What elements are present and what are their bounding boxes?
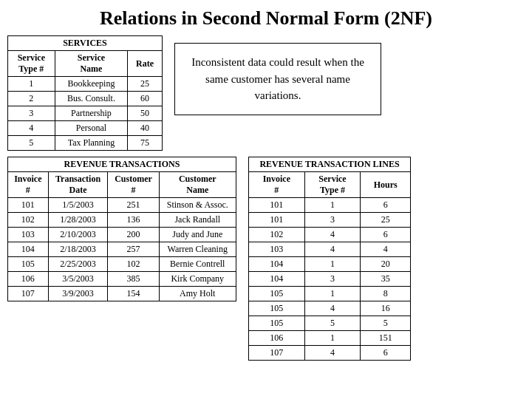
services-row: 3 Partnership 50 [8,106,163,121]
info-box: Inconsistent data could result when the … [174,43,381,115]
service-name: Bookkeeping [55,77,128,92]
rtl-invoice: 102 [249,228,305,242]
rtl-invoice: 105 [249,301,305,316]
service-type: 5 [8,136,55,151]
services-row: 1 Bookkeeping 25 [8,77,163,92]
page-title: Relations in Second Normal Form (2NF) [0,0,532,35]
rtl-servicetype: 5 [304,316,361,331]
rtl-servicetype: 4 [304,242,361,257]
rtl-hours: 16 [361,301,411,316]
rtl-servicetype: 4 [304,346,361,361]
rt-invoice: 101 [8,198,49,213]
rtl-invoice: 107 [249,346,305,361]
rtl-hours: 151 [361,331,411,346]
rtl-invoice: 104 [249,257,305,272]
revenue-transaction-lines-table: REVENUE TRANSACTION LINES Invoice# Servi… [248,157,411,361]
rtl-invoice: 101 [249,198,305,213]
rtl-invoice: 105 [249,287,305,301]
revenue-transactions-table: REVENUE TRANSACTIONS Invoice# Transactio… [7,157,236,301]
rtl-header: REVENUE TRANSACTION LINES [249,157,411,172]
rtl-hours: 6 [361,228,411,242]
service-rate: 60 [128,92,163,106]
rtl-hours: 20 [361,257,411,272]
rtl-col-hours: Hours [361,172,411,198]
rtl-hours: 6 [361,346,411,361]
service-type: 3 [8,106,55,121]
service-rate: 50 [128,106,163,121]
rtl-row: 105 1 8 [249,287,411,301]
services-col-name: ServiceName [55,51,128,77]
rt-date: 2/18/2003 [48,242,108,257]
service-rate: 75 [128,136,163,151]
rtl-row: 105 5 5 [249,316,411,331]
rt-invoice: 106 [8,272,49,287]
rtl-servicetype: 1 [304,331,361,346]
service-name: Tax Planning [55,136,128,151]
rtl-hours: 6 [361,198,411,213]
services-row: 4 Personal 40 [8,121,163,136]
rt-custnum: 154 [108,287,159,301]
rtl-row: 104 1 20 [249,257,411,272]
rtl-invoice: 101 [249,213,305,228]
rt-custname: Jack Randall [159,213,236,228]
rt-col-date: TransactionDate [48,172,108,198]
service-type: 2 [8,92,55,106]
service-name: Partnership [55,106,128,121]
rt-date: 1/28/2003 [48,213,108,228]
rt-custname: Warren Cleaning [159,242,236,257]
rev-trans-row: 102 1/28/2003 136 Jack Randall [8,213,236,228]
rev-trans-row: 107 3/9/2003 154 Amy Holt [8,287,236,301]
rt-custname: Stinson & Assoc. [159,198,236,213]
rtl-hours: 5 [361,316,411,331]
rt-date: 2/10/2003 [48,228,108,242]
rt-custnum: 102 [108,257,159,272]
rtl-servicetype: 3 [304,272,361,287]
services-col-rate: Rate [128,51,163,77]
rtl-invoice: 104 [249,272,305,287]
rtl-row: 106 1 151 [249,331,411,346]
services-header: SERVICES [8,36,163,51]
rev-trans-row: 101 1/5/2003 251 Stinson & Assoc. [8,198,236,213]
rtl-row: 104 3 35 [249,272,411,287]
rtl-row: 101 3 25 [249,213,411,228]
rt-custname: Bernie Contrell [159,257,236,272]
rt-custnum: 385 [108,272,159,287]
service-type: 4 [8,121,55,136]
rev-trans-row: 103 2/10/2003 200 Judy and June [8,228,236,242]
rtl-row: 105 4 16 [249,301,411,316]
rtl-row: 101 1 6 [249,198,411,213]
rt-date: 3/5/2003 [48,272,108,287]
rt-invoice: 103 [8,228,49,242]
rev-trans-row: 104 2/18/2003 257 Warren Cleaning [8,242,236,257]
rtl-row: 102 4 6 [249,228,411,242]
service-name: Bus. Consult. [55,92,128,106]
rt-custnum: 200 [108,228,159,242]
rt-custnum: 251 [108,198,159,213]
rt-col-custname: CustomerName [159,172,236,198]
rev-trans-row: 105 2/25/2003 102 Bernie Contrell [8,257,236,272]
rtl-hours: 25 [361,213,411,228]
rev-trans-header: REVENUE TRANSACTIONS [8,157,236,172]
rt-col-invoice: Invoice# [8,172,49,198]
services-row: 5 Tax Planning 75 [8,136,163,151]
rtl-hours: 35 [361,272,411,287]
rtl-hours: 8 [361,287,411,301]
service-name: Personal [55,121,128,136]
rt-date: 1/5/2003 [48,198,108,213]
rt-custname: Judy and June [159,228,236,242]
rt-custname: Kirk Company [159,272,236,287]
rtl-invoice: 105 [249,316,305,331]
rtl-invoice: 106 [249,331,305,346]
rt-invoice: 102 [8,213,49,228]
rt-date: 2/25/2003 [48,257,108,272]
rev-trans-row: 106 3/5/2003 385 Kirk Company [8,272,236,287]
rtl-invoice: 103 [249,242,305,257]
service-rate: 40 [128,121,163,136]
rt-custname: Amy Holt [159,287,236,301]
rtl-servicetype: 4 [304,301,361,316]
rtl-servicetype: 4 [304,228,361,242]
rtl-col-servicetype: ServiceType # [304,172,361,198]
rtl-col-invoice: Invoice# [249,172,305,198]
rt-invoice: 105 [8,257,49,272]
rtl-servicetype: 3 [304,213,361,228]
